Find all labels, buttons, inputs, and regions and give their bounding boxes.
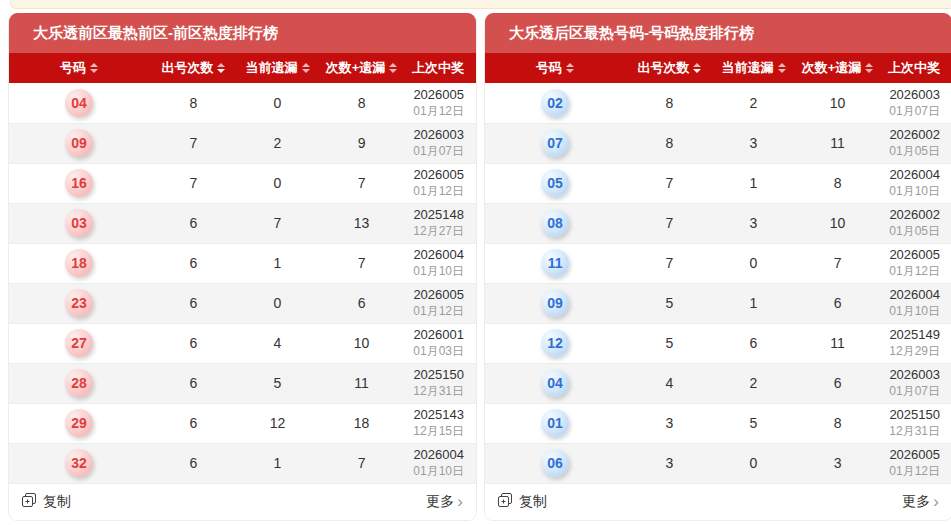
lottery-ball: 04 [65,89,93,117]
sum-cell: 6 [317,283,406,323]
period-number: 2026002 [882,207,940,223]
last-win-cell: 202515012月31日 [882,403,951,443]
lottery-ball: 01 [541,409,569,437]
sort-icon [90,63,98,73]
table-row: 09729202600301月07日 [9,123,476,163]
draw-date: 01月10日 [882,303,940,319]
sort-icon [217,63,225,73]
times-cell: 3 [625,443,714,483]
last-win-cell: 202600501月12日 [406,163,476,203]
times-cell: 7 [625,203,714,243]
lottery-ball: 07 [541,129,569,157]
draw-date: 12月31日 [406,383,464,399]
back-zone-panel: 大乐透后区最热号码-号码热度排行榜 号码出号次数当前遗漏次数+遗漏上次中奖 02… [484,13,951,521]
last-win-cell: 202515012月31日 [406,363,476,403]
column-header-last-win: 上次中奖 [882,53,951,83]
lottery-ball: 08 [541,209,569,237]
period-number: 2026005 [406,287,464,303]
copy-button[interactable]: 复制 [22,493,71,511]
column-header-number[interactable]: 号码 [9,53,149,83]
draw-date: 01月12日 [882,463,940,479]
front-zone-panel: 大乐透前区最热前区-前区热度排行榜 号码出号次数当前遗漏次数+遗漏上次中奖 04… [8,13,477,521]
copy-label: 复制 [43,493,71,511]
panel-title: 大乐透前区最热前区-前区热度排行榜 [9,13,476,53]
table-row: 09516202600401月10日 [485,283,951,323]
period-number: 2026005 [882,247,940,263]
sum-cell: 6 [793,283,882,323]
draw-date: 01月12日 [406,183,464,199]
table-row: 286511202515012月31日 [9,363,476,403]
period-number: 2025150 [406,367,464,383]
last-win-cell: 202514312月15日 [406,403,476,443]
copy-icon [498,493,513,511]
lottery-ball: 23 [65,289,93,317]
current-miss-cell: 12 [238,403,317,443]
last-win-cell: 202514812月27日 [406,203,476,243]
copy-button[interactable]: 复制 [498,493,547,511]
draw-date: 12月27日 [406,223,464,239]
period-number: 2026005 [882,447,940,463]
last-win-cell: 202600401月10日 [406,243,476,283]
last-win-cell: 202600301月07日 [882,363,951,403]
period-number: 2026004 [406,247,464,263]
table-row: 036713202514812月27日 [9,203,476,243]
last-win-cell: 202600301月07日 [882,83,951,123]
sum-cell: 6 [793,363,882,403]
sum-cell: 8 [793,403,882,443]
lottery-ball: 03 [65,209,93,237]
table-row: 11707202600501月12日 [485,243,951,283]
table-row: 01358202515012月31日 [485,403,951,443]
last-win-cell: 202514912月29日 [882,323,951,363]
more-link[interactable]: 更多 › [902,493,939,511]
lottery-ball: 18 [65,249,93,277]
column-header-current-miss[interactable]: 当前遗漏 [714,53,793,83]
draw-date: 01月05日 [882,143,940,159]
last-win-cell: 202600401月10日 [882,163,951,203]
draw-date: 12月31日 [882,423,940,439]
lottery-ball: 28 [65,369,93,397]
sort-icon [865,63,873,73]
last-win-cell: 202600501月12日 [882,243,951,283]
sum-cell: 3 [793,443,882,483]
table-row: 078311202600201月05日 [485,123,951,163]
times-cell: 8 [625,83,714,123]
column-header-times[interactable]: 出号次数 [625,53,714,83]
lottery-ball: 32 [65,449,93,477]
sum-cell: 10 [317,323,406,363]
panel-footer: 复制 更多 › [485,484,951,520]
table-row: 32617202600401月10日 [9,443,476,483]
current-miss-cell: 3 [714,123,793,163]
times-cell: 8 [625,123,714,163]
period-number: 2026003 [406,127,464,143]
period-number: 2026002 [882,127,940,143]
column-header-times-plus-miss[interactable]: 次数+遗漏 [317,53,406,83]
sum-cell: 11 [793,123,882,163]
times-cell: 6 [149,203,238,243]
sum-cell: 11 [793,323,882,363]
current-miss-cell: 0 [238,283,317,323]
times-cell: 7 [625,163,714,203]
lottery-ball: 11 [541,249,569,277]
draw-date: 01月10日 [882,183,940,199]
sum-cell: 7 [317,443,406,483]
table-row: 23606202600501月12日 [9,283,476,323]
times-cell: 6 [149,323,238,363]
column-header-current-miss[interactable]: 当前遗漏 [238,53,317,83]
period-number: 2026003 [882,367,940,383]
period-number: 2025150 [882,407,940,423]
column-header-times-plus-miss[interactable]: 次数+遗漏 [793,53,882,83]
times-cell: 6 [149,243,238,283]
lottery-ball: 27 [65,329,93,357]
more-link[interactable]: 更多 › [426,493,463,511]
period-number: 2026004 [406,447,464,463]
times-cell: 7 [149,123,238,163]
panel-title: 大乐透后区最热号码-号码热度排行榜 [485,13,951,53]
period-number: 2026005 [406,167,464,183]
current-miss-cell: 4 [238,323,317,363]
sort-icon [693,63,701,73]
front-zone-table: 号码出号次数当前遗漏次数+遗漏上次中奖 04808202600501月12日09… [9,53,476,484]
column-header-number[interactable]: 号码 [485,53,625,83]
lottery-ball: 16 [65,169,93,197]
times-cell: 8 [149,83,238,123]
column-header-times[interactable]: 出号次数 [149,53,238,83]
